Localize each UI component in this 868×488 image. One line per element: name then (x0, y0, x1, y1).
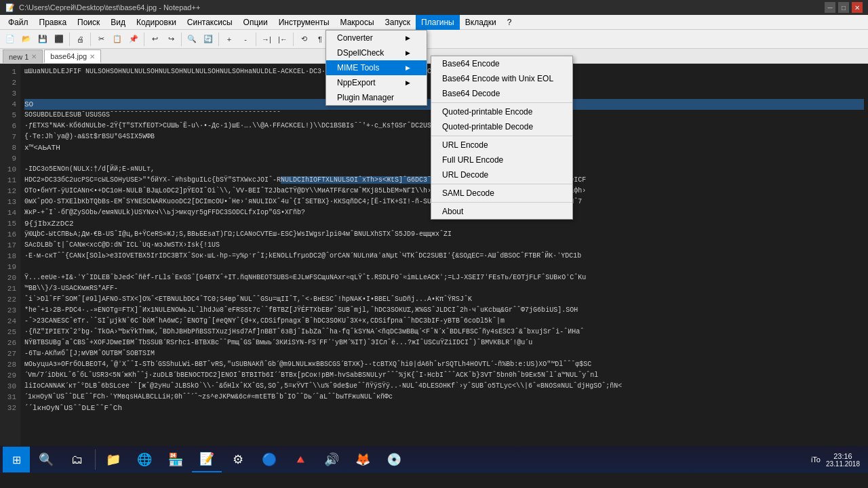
taskbar-explorer[interactable]: 📁 (98, 447, 128, 472)
minimize-button[interactable]: ─ (825, 2, 835, 13)
mime-base64-encode[interactable]: Base64 Encode (431, 56, 572, 71)
line-27: -6Тш·АКñибˆ[J;мVBMˆOUTBMˆSOBTSIM (24, 348, 864, 359)
toolbar-cut[interactable]: ✂ (94, 32, 108, 47)
toolbar-sep1 (69, 33, 70, 46)
mime-qp-encode[interactable]: Quoted-printable Encode (431, 104, 572, 119)
mime-sep2 (431, 136, 572, 136)
maximize-button[interactable]: □ (838, 2, 849, 13)
taskbar-taskview[interactable]: 🗂 (62, 447, 92, 472)
toolbar-zoom-in[interactable]: + (222, 32, 237, 47)
taskbar-browser2[interactable]: 🦊 (348, 447, 378, 472)
toolbar-saveall[interactable]: ⬛ (52, 32, 66, 47)
mime-base64-encode-unix[interactable]: Base64 Encode with Unix EOL (431, 71, 572, 86)
line-31: ˊ1кнОуNˆUSˆˆDLEˆˆFCh·ˈYMвqsHАLBCLLiH;0hˆ… (24, 392, 864, 403)
taskbar-settings[interactable]: ⚙ (223, 447, 253, 472)
mime-qp-decode[interactable]: Quoted-printable Decode (431, 119, 572, 134)
tab-base64[interactable]: base64.jpg ✕ (44, 49, 101, 63)
toolbar: 📄 📂 💾 ⬛ 🖨 ✂ 📋 📌 ↩ ↪ 🔍 🔄 + - →| |← ⟲ ¶ ⇔ (0, 30, 868, 49)
tab-base64-close[interactable]: ✕ (90, 53, 95, 60)
menu-help[interactable]: ? (502, 15, 517, 30)
line-15: 9{jIbxZzDC2 (24, 218, 864, 229)
tab-new1-label: new 1 (9, 53, 28, 61)
toolbar-copy[interactable]: 📋 (110, 32, 125, 47)
toolbar-print[interactable]: 🖨 (73, 32, 87, 47)
toolbar-sep4 (181, 33, 182, 46)
title-bar: 📝 C:\Users\Сергей\Desktop\test\base64.jp… (0, 0, 868, 15)
taskbar-winamp[interactable]: 🔺 (285, 447, 315, 472)
taskbar-notepad[interactable]: 📝 (192, 447, 222, 472)
toolbar-sep2 (90, 33, 91, 46)
taskbar-store[interactable]: 🏪 (161, 447, 191, 472)
taskbar-sep1 (95, 449, 96, 470)
mime-url-encode[interactable]: URL Encode (431, 138, 572, 152)
taskbar-media[interactable]: 🔵 (254, 447, 284, 472)
tab-new1[interactable]: new 1 ✕ (3, 49, 43, 63)
line-19 (24, 262, 864, 272)
toolbar-open[interactable]: 📂 (19, 32, 34, 47)
toolbar-sep3 (144, 33, 144, 46)
toolbar-outdent[interactable]: |← (275, 32, 290, 47)
menu-macros[interactable]: Макросы (335, 15, 380, 30)
toolbar-indent[interactable]: →| (259, 32, 274, 47)
tab-base64-label: base64.jpg (50, 52, 87, 60)
toolbar-replace[interactable]: 🔄 (201, 32, 216, 47)
mime-full-url-encode[interactable]: Full URL Encode (431, 152, 572, 167)
menu-tools[interactable]: Инструменты (273, 15, 335, 30)
toolbar-save[interactable]: 💾 (35, 32, 50, 47)
toolbar-find[interactable]: 🔍 (184, 32, 199, 47)
taskbar-volume-app[interactable]: 🔊 (317, 447, 347, 472)
toolbar-paste[interactable]: 📌 (126, 32, 141, 47)
menu-run[interactable]: Запуск (380, 15, 416, 30)
tray-icons: iTo (811, 455, 821, 464)
toolbar-zoom-out[interactable]: - (238, 32, 253, 47)
mime-sep4 (431, 202, 572, 203)
menu-file[interactable]: Файл (3, 15, 34, 30)
line-29: ˊVm/7ˊiDbКLˆ6ˆбLˆUSR3<5NˊжКhˆˆj·zuDLBˊbB… (24, 370, 864, 381)
tab-new1-close[interactable]: ✕ (31, 53, 37, 60)
mime-saml-decode[interactable]: SAML Decode (431, 186, 572, 201)
close-button[interactable]: ✕ (852, 2, 863, 13)
plugins-mime[interactable]: MIME Tools ▶ (326, 60, 427, 75)
line-32: ˊˊlкнОуNˆUSˆˆDLEˆˆFˆCh (24, 403, 864, 413)
title-bar-controls[interactable]: ─ □ ✕ (825, 2, 863, 13)
plugins-dspellcheck[interactable]: DSpellCheck ▶ (326, 45, 427, 60)
dspell-arrow: ▶ (406, 49, 410, 56)
plugins-manager[interactable]: Plugin Manager (326, 90, 427, 105)
toolbar-redo[interactable]: ↪ (163, 32, 178, 47)
plugins-nppexport[interactable]: NppExport ▶ (326, 75, 427, 90)
menu-syntax[interactable]: Синтаксисы (182, 15, 238, 30)
nppexport-arrow: ▶ (406, 79, 410, 86)
toolbar-new[interactable]: 📄 (3, 32, 18, 47)
menu-options[interactable]: Опции (238, 15, 273, 30)
menu-search[interactable]: Поиск (72, 15, 105, 30)
mime-sep3 (431, 184, 572, 184)
taskbar-edge[interactable]: 🌐 (130, 447, 159, 472)
line-20: Ÿ...еeUе·+I&·ˈYˆIDLEBˆbJed<ˆñêf-rLls`EкG… (24, 272, 864, 283)
title-bar-left: 📝 C:\Users\Сергей\Desktop\test\base64.jp… (5, 3, 200, 12)
converter-arrow: ▶ (406, 35, 410, 41)
mime-url-decode[interactable]: URL Decode (431, 167, 572, 182)
menu-edit[interactable]: Правка (34, 15, 73, 30)
taskbar-time: 23:16 23.11.2018 (826, 452, 860, 468)
menu-encoding[interactable]: Кодировки (131, 15, 182, 30)
mime-about[interactable]: About (431, 204, 572, 219)
taskbar-search[interactable]: 🔍 (31, 447, 61, 472)
toolbar-undo[interactable]: ↩ (147, 32, 162, 47)
mime-base64-decode[interactable]: Base64 Decode (431, 86, 572, 101)
line-21: ™BB\\}/3-USACКмжRS*АFF- (24, 283, 864, 294)
menu-plugins[interactable]: Плагины (416, 15, 460, 30)
line-28: мОьуцuАз»ОFrбОLBEOT4,ˆ@ˈXˆˆI-STbˊGSShuLW… (24, 359, 864, 370)
app-icon: 📝 (5, 3, 15, 12)
line-numbers: 1 2 3 4 5 6 7 8 9101112 13141516 1718192… (0, 64, 20, 473)
window-title: C:\Users\Сергей\Desktop\test\base64.jpg … (19, 3, 200, 12)
menu-bar: Файл Правка Поиск Вид Кодировки Синтакси… (0, 15, 868, 30)
windows-icon: ⊞ (12, 453, 21, 466)
toolbar-wordwrap[interactable]: ⟲ (296, 32, 311, 47)
plugins-converter[interactable]: Converter ▶ (326, 30, 427, 45)
plugins-dropdown: Converter ▶ DSpellCheck ▶ MIME Tools ▶ N… (326, 30, 427, 106)
taskbar-disk[interactable]: 💿 (379, 447, 409, 472)
start-button[interactable]: ⊞ (3, 447, 30, 472)
menu-view[interactable]: Вид (105, 15, 131, 30)
menu-tabs[interactable]: Вкладки (460, 15, 502, 30)
toolbar-sep5 (218, 33, 219, 46)
